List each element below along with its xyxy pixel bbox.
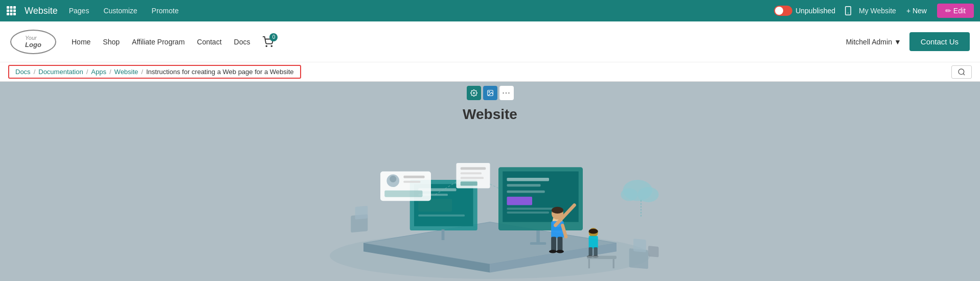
svg-rect-27 bbox=[507, 207, 558, 209]
svg-point-51 bbox=[552, 207, 563, 214]
svg-point-58 bbox=[556, 250, 564, 253]
svg-rect-6 bbox=[7, 13, 9, 15]
breadcrumb-sep-1: / bbox=[34, 68, 36, 76]
svg-point-70 bbox=[637, 187, 658, 202]
svg-rect-62 bbox=[589, 247, 592, 256]
svg-rect-41 bbox=[403, 176, 424, 178]
admin-bar: Website Pages Customize Promote Unpublis… bbox=[0, 0, 980, 21]
cart-icon[interactable]: 0 bbox=[262, 36, 274, 48]
cart-badge: 0 bbox=[269, 33, 278, 41]
admin-user-menu[interactable]: Mitchell Admin ▼ bbox=[846, 38, 901, 46]
website-nav: Your Logo Home Shop Affiliate Program Co… bbox=[0, 21, 980, 62]
nav-contact[interactable]: Contact bbox=[197, 38, 221, 46]
new-button[interactable]: + New bbox=[902, 5, 931, 17]
breadcrumb: Docs / Documentation / Apps / Website / … bbox=[8, 65, 301, 79]
hero-more-button[interactable]: ··· bbox=[499, 86, 514, 100]
edit-button[interactable]: ✏ Edit bbox=[937, 4, 974, 18]
svg-rect-5 bbox=[13, 10, 16, 12]
breadcrumb-search[interactable] bbox=[951, 65, 972, 79]
breadcrumb-bar: Docs / Documentation / Apps / Website / … bbox=[0, 62, 980, 82]
svg-rect-29 bbox=[536, 230, 540, 243]
svg-rect-3 bbox=[7, 10, 9, 12]
breadcrumb-website[interactable]: Website bbox=[115, 68, 139, 76]
svg-rect-37 bbox=[442, 229, 445, 240]
nav-shop[interactable]: Shop bbox=[103, 38, 120, 46]
hero-toolbar: ··· bbox=[467, 86, 514, 100]
logo-text-logo: Logo bbox=[25, 41, 41, 49]
nav-right: Mitchell Admin ▼ Contact Us bbox=[846, 32, 970, 51]
svg-rect-61 bbox=[589, 236, 598, 249]
svg-rect-8 bbox=[13, 13, 16, 15]
logo: Your Logo bbox=[10, 30, 56, 54]
svg-rect-63 bbox=[594, 247, 597, 256]
svg-rect-53 bbox=[551, 237, 556, 251]
svg-rect-54 bbox=[558, 237, 563, 251]
breadcrumb-apps[interactable]: Apps bbox=[91, 68, 106, 76]
nav-affiliate[interactable]: Affiliate Program bbox=[132, 38, 185, 46]
svg-rect-77 bbox=[648, 246, 659, 257]
breadcrumb-docs[interactable]: Docs bbox=[15, 68, 31, 76]
hero-gear-button[interactable] bbox=[467, 86, 481, 100]
svg-rect-9 bbox=[846, 7, 851, 15]
nav-home[interactable]: Home bbox=[72, 38, 90, 46]
admin-user-name: Mitchell Admin bbox=[846, 38, 892, 46]
hero-area: ··· Website bbox=[0, 82, 980, 281]
svg-point-57 bbox=[549, 250, 557, 253]
admin-nav-promote[interactable]: Promote bbox=[149, 5, 182, 17]
svg-line-79 bbox=[490, 184, 499, 188]
svg-rect-1 bbox=[10, 6, 13, 9]
svg-rect-25 bbox=[507, 191, 545, 193]
breadcrumb-sep-3: / bbox=[109, 68, 111, 76]
unpublished-label: Unpublished bbox=[795, 7, 835, 15]
svg-rect-2 bbox=[13, 6, 16, 9]
svg-point-71 bbox=[621, 189, 637, 201]
breadcrumb-current: Instructions for creating a Web page for… bbox=[146, 68, 294, 76]
svg-point-13 bbox=[959, 69, 964, 75]
svg-rect-46 bbox=[461, 172, 482, 174]
svg-rect-66 bbox=[587, 256, 617, 260]
breadcrumb-documentation[interactable]: Documentation bbox=[38, 68, 83, 76]
publish-toggle[interactable] bbox=[774, 6, 792, 16]
svg-rect-23 bbox=[507, 178, 550, 181]
admin-user-chevron: ▼ bbox=[894, 38, 901, 46]
mobile-preview-icon[interactable] bbox=[844, 6, 853, 15]
admin-nav-customize[interactable]: Customize bbox=[100, 5, 140, 17]
svg-rect-47 bbox=[461, 177, 484, 179]
svg-point-12 bbox=[271, 45, 272, 46]
hero-illustration bbox=[0, 112, 980, 281]
svg-rect-26 bbox=[507, 197, 533, 205]
admin-bar-right: Unpublished My Website + New ✏ Edit bbox=[774, 4, 974, 18]
hero-title: Website bbox=[463, 106, 517, 123]
svg-rect-43 bbox=[384, 191, 422, 197]
svg-point-16 bbox=[489, 91, 490, 92]
admin-site-title: Website bbox=[25, 6, 58, 16]
svg-rect-36 bbox=[418, 215, 465, 217]
svg-rect-76 bbox=[633, 239, 646, 252]
svg-rect-45 bbox=[461, 167, 486, 170]
logo-area: Your Logo bbox=[10, 30, 56, 54]
grid-icon[interactable] bbox=[6, 6, 16, 16]
svg-rect-28 bbox=[507, 212, 550, 214]
hero-image-button[interactable] bbox=[483, 86, 497, 100]
breadcrumb-sep-2: / bbox=[86, 68, 88, 76]
logo-text-your: Your bbox=[25, 35, 41, 41]
svg-rect-0 bbox=[7, 6, 9, 9]
nav-links: Home Shop Affiliate Program Contact Docs… bbox=[72, 36, 846, 48]
my-website-link[interactable]: My Website bbox=[859, 7, 896, 15]
svg-rect-24 bbox=[507, 184, 541, 186]
contact-us-button[interactable]: Contact Us bbox=[909, 32, 970, 51]
admin-nav-pages[interactable]: Pages bbox=[66, 5, 93, 17]
svg-rect-74 bbox=[355, 206, 368, 220]
svg-point-60 bbox=[589, 229, 598, 234]
svg-rect-48 bbox=[461, 181, 477, 185]
svg-line-14 bbox=[963, 74, 965, 75]
svg-rect-42 bbox=[403, 181, 420, 183]
more-dots-icon: ··· bbox=[502, 88, 510, 98]
svg-rect-30 bbox=[530, 242, 546, 245]
svg-point-11 bbox=[266, 45, 267, 46]
breadcrumb-sep-4: / bbox=[141, 68, 143, 76]
svg-rect-4 bbox=[10, 10, 13, 12]
admin-bar-left: Website Pages Customize Promote bbox=[6, 5, 770, 17]
nav-docs[interactable]: Docs bbox=[234, 38, 250, 46]
publish-toggle-container: Unpublished bbox=[774, 6, 835, 16]
